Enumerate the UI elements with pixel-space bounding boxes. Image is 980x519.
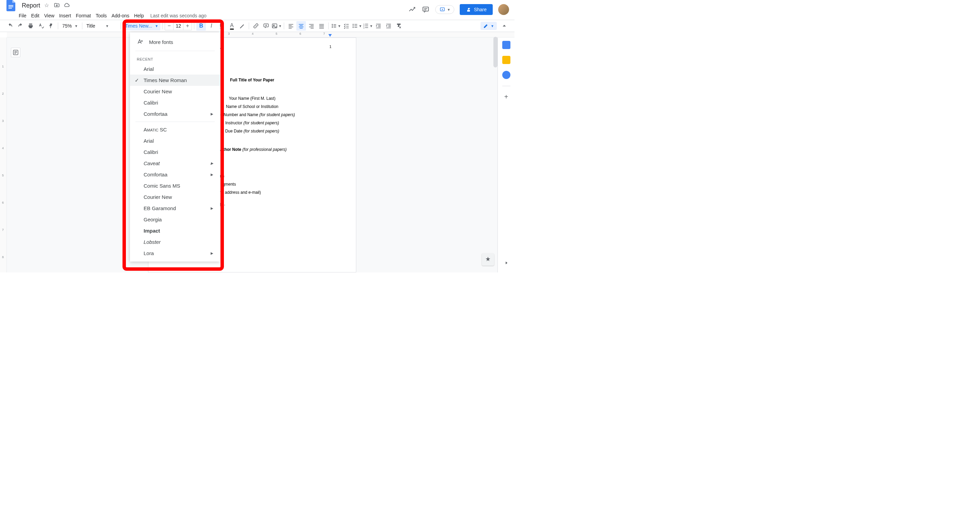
font-option[interactable]: Comfortaa▶ bbox=[130, 108, 220, 120]
menu-file[interactable]: File bbox=[16, 11, 29, 20]
spellcheck-button[interactable] bbox=[36, 21, 46, 30]
font-option[interactable]: Amatic SC bbox=[130, 124, 220, 135]
canvas[interactable]: Title (for professional papers) 1 Full T… bbox=[7, 37, 498, 272]
avatar[interactable] bbox=[498, 4, 509, 15]
style-select[interactable]: Title ▼ bbox=[84, 23, 118, 29]
docs-icon bbox=[6, 0, 15, 11]
cloud-status-icon[interactable] bbox=[63, 2, 70, 9]
svg-rect-20 bbox=[309, 24, 314, 25]
font-option[interactable]: Calibri bbox=[130, 147, 220, 158]
checklist-button[interactable] bbox=[342, 21, 351, 30]
document-title[interactable]: Report bbox=[21, 2, 41, 9]
vertical-ruler[interactable]: 1 2 3 4 5 6 7 8 bbox=[0, 37, 7, 272]
font-select[interactable]: Times New... ▼ bbox=[123, 21, 160, 30]
separator bbox=[284, 22, 284, 29]
font-option[interactable]: ✓Times New Roman bbox=[130, 75, 220, 86]
align-center-button[interactable] bbox=[296, 21, 306, 30]
font-option[interactable]: Calibri bbox=[130, 97, 220, 108]
svg-rect-14 bbox=[288, 27, 293, 27]
font-option[interactable]: Comic Sans MS bbox=[130, 180, 220, 192]
svg-rect-33 bbox=[346, 27, 349, 28]
redo-button[interactable] bbox=[16, 21, 25, 30]
font-size-increase[interactable]: + bbox=[183, 22, 192, 30]
svg-rect-12 bbox=[288, 24, 293, 25]
comments-icon[interactable] bbox=[422, 5, 430, 14]
font-option[interactable]: Arial bbox=[130, 63, 220, 75]
menu-addons[interactable]: Add-ons bbox=[109, 11, 132, 20]
separator bbox=[502, 86, 511, 86]
tasks-icon[interactable] bbox=[502, 71, 511, 79]
zoom-select[interactable]: 75% ▼ bbox=[60, 23, 80, 29]
separator bbox=[249, 22, 249, 29]
menu-format[interactable]: Format bbox=[73, 11, 93, 20]
indent-decrease-button[interactable] bbox=[374, 21, 383, 30]
present-button[interactable]: ▼ bbox=[435, 5, 454, 14]
keep-icon[interactable] bbox=[502, 56, 511, 64]
menu-help[interactable]: Help bbox=[132, 11, 146, 20]
svg-rect-37 bbox=[355, 24, 357, 25]
calendar-icon[interactable] bbox=[502, 41, 511, 49]
horizontal-ruler[interactable]: 1 2 3 4 5 6 7 bbox=[7, 32, 514, 37]
add-addon-icon[interactable]: + bbox=[502, 93, 511, 101]
font-option[interactable]: Georgia bbox=[130, 214, 220, 225]
align-justify-button[interactable] bbox=[317, 21, 326, 30]
font-option[interactable]: Impact bbox=[130, 225, 220, 236]
align-right-button[interactable] bbox=[307, 21, 316, 30]
chevron-right-icon: ▶ bbox=[211, 251, 213, 255]
align-left-button[interactable] bbox=[286, 21, 296, 30]
font-option[interactable]: EB Garamond▶ bbox=[130, 203, 220, 214]
side-panel-collapse[interactable] bbox=[504, 260, 509, 267]
indent-marker-icon[interactable] bbox=[328, 34, 332, 37]
move-icon[interactable] bbox=[54, 2, 60, 9]
collapse-toolbar-button[interactable] bbox=[500, 21, 509, 30]
menu-view[interactable]: View bbox=[42, 11, 57, 20]
menu-edit[interactable]: Edit bbox=[29, 11, 42, 20]
explore-button[interactable] bbox=[482, 253, 494, 266]
bullet-list-button[interactable]: ▼ bbox=[352, 21, 362, 30]
docs-logo[interactable] bbox=[4, 0, 18, 12]
font-option[interactable]: Courier New bbox=[130, 86, 220, 97]
clear-formatting-button[interactable] bbox=[394, 21, 404, 30]
svg-rect-21 bbox=[311, 26, 314, 26]
numbered-list-button[interactable]: 123▼ bbox=[363, 21, 373, 30]
font-option[interactable]: Caveat▶ bbox=[130, 158, 220, 169]
italic-button[interactable]: I bbox=[207, 21, 216, 30]
menu-tools[interactable]: Tools bbox=[93, 11, 109, 20]
underline-button[interactable]: U bbox=[217, 21, 226, 30]
font-option[interactable]: Arial bbox=[130, 135, 220, 147]
star-icon[interactable]: ☆ bbox=[44, 2, 51, 9]
indent-increase-button[interactable] bbox=[384, 21, 393, 30]
more-fonts-button[interactable]: More fonts bbox=[130, 35, 220, 49]
chevron-down-icon: ▼ bbox=[75, 24, 78, 28]
svg-rect-44 bbox=[365, 26, 368, 26]
last-edit-label[interactable]: Last edit was seconds ago bbox=[150, 13, 207, 18]
font-size-value[interactable]: 12 bbox=[173, 22, 183, 30]
share-button[interactable]: Share bbox=[460, 4, 493, 15]
line-spacing-button[interactable]: ▼ bbox=[331, 21, 341, 30]
toolbar: 75% ▼ Title ▼ Times New... ▼ − 12 + B I … bbox=[0, 20, 514, 32]
paint-format-button[interactable] bbox=[46, 21, 56, 30]
text-color-button[interactable]: A bbox=[227, 21, 237, 30]
svg-rect-19 bbox=[300, 28, 303, 29]
font-option[interactable]: Lora▶ bbox=[130, 248, 220, 259]
svg-rect-22 bbox=[309, 27, 314, 27]
svg-rect-29 bbox=[334, 26, 336, 26]
font-size-decrease[interactable]: − bbox=[165, 22, 173, 30]
chevron-down-icon: ▼ bbox=[155, 24, 158, 28]
highlight-button[interactable] bbox=[237, 21, 247, 30]
scrollbar[interactable] bbox=[493, 37, 498, 67]
undo-button[interactable] bbox=[5, 21, 15, 30]
font-option[interactable]: Lobster bbox=[130, 236, 220, 248]
font-option[interactable]: Courier New bbox=[130, 192, 220, 203]
insert-image-button[interactable]: ▼ bbox=[272, 21, 282, 30]
insert-comment-button[interactable] bbox=[261, 21, 271, 30]
editing-mode-button[interactable]: ▼ bbox=[480, 22, 497, 30]
activity-icon[interactable] bbox=[408, 5, 416, 14]
insert-link-button[interactable] bbox=[251, 21, 261, 30]
outline-toggle-button[interactable] bbox=[11, 48, 21, 57]
print-button[interactable] bbox=[26, 21, 35, 30]
bold-button[interactable]: B bbox=[196, 21, 206, 30]
workspace: 1 2 3 4 5 6 7 8 Title (for professional … bbox=[0, 37, 514, 272]
menu-insert[interactable]: Insert bbox=[57, 11, 73, 20]
font-option[interactable]: Comfortaa▶ bbox=[130, 169, 220, 180]
